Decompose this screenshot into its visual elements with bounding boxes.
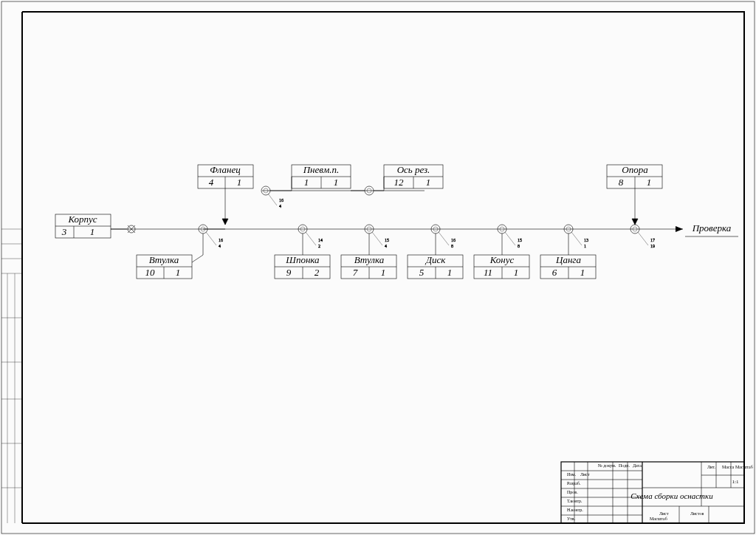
part-osrez: Ось рез. 12 1 — [374, 164, 443, 191]
svg-text:1: 1 — [304, 177, 309, 188]
svg-text:Т.контр.: Т.контр. — [567, 499, 583, 503]
svg-text:17: 17 — [650, 238, 655, 242]
svg-text:Дата: Дата — [633, 463, 642, 468]
svg-text:1: 1 — [584, 244, 586, 248]
svg-text:6: 6 — [552, 267, 557, 278]
arrow-to-check — [676, 226, 683, 232]
assembly-diagram: Корпус 3 1 Втулка — [0, 0, 756, 535]
svg-rect-0 — [1, 1, 755, 534]
svg-text:Подп.: Подп. — [619, 463, 630, 468]
drawing-title: Схема сборки оснастки — [630, 491, 713, 500]
part-konus: Конус 11 1 — [474, 254, 529, 279]
svg-text:7: 7 — [353, 267, 358, 278]
part-vtulka10: Втулка 10 1 — [137, 254, 203, 279]
svg-text:Изм.: Изм. — [567, 472, 576, 477]
svg-line-40 — [192, 255, 203, 262]
svg-text:1: 1 — [426, 177, 431, 188]
part-tsanga: Цанга 6 1 — [540, 254, 596, 279]
part-shponka: Шпонка 9 2 — [275, 254, 330, 279]
svg-text:16: 16 — [219, 238, 223, 242]
svg-line-105 — [206, 232, 216, 245]
svg-text:1: 1 — [580, 267, 585, 278]
svg-text:4: 4 — [209, 177, 214, 188]
svg-text:1: 1 — [176, 267, 181, 278]
svg-text:Лит.: Лит. — [707, 465, 715, 469]
svg-line-114 — [439, 232, 449, 245]
svg-text:4: 4 — [279, 204, 281, 208]
svg-text:8: 8 — [619, 177, 624, 188]
svg-text:Проверка: Проверка — [692, 222, 732, 234]
svg-text:13: 13 — [584, 238, 588, 242]
svg-text:15: 15 — [385, 238, 389, 242]
label: Корпус — [67, 214, 97, 225]
svg-text:Шпонка: Шпонка — [285, 254, 320, 265]
svg-text:2: 2 — [315, 267, 320, 278]
svg-text:8: 8 — [518, 244, 520, 248]
svg-line-117 — [505, 232, 515, 245]
title-block: Изм. Лист № докум. Подп. Дата Разраб. Пр… — [561, 462, 753, 523]
svg-text:1: 1 — [237, 177, 242, 188]
svg-text:4: 4 — [219, 244, 221, 248]
qty: 1 — [90, 226, 95, 237]
svg-text:Разраб.: Разраб. — [567, 481, 581, 485]
svg-text:5: 5 — [419, 267, 425, 278]
svg-text:Цанга: Цанга — [555, 254, 581, 265]
svg-text:10: 10 — [145, 267, 156, 278]
svg-line-111 — [372, 232, 382, 245]
svg-text:Ось рез.: Ось рез. — [397, 164, 430, 175]
svg-text:2: 2 — [318, 244, 320, 248]
part-korpus: Корпус 3 1 — [55, 214, 111, 238]
svg-text:1: 1 — [514, 267, 519, 278]
svg-text:Диск: Диск — [425, 254, 447, 265]
svg-text:19: 19 — [650, 244, 655, 248]
svg-text:Лист: Лист — [659, 511, 669, 516]
svg-text:11: 11 — [484, 267, 492, 278]
svg-text:1: 1 — [647, 177, 652, 188]
connectors — [203, 188, 638, 255]
svg-text:Втулка: Втулка — [149, 254, 179, 265]
svg-text:Пневм.п.: Пневм.п. — [303, 164, 340, 175]
svg-text:12: 12 — [394, 177, 405, 188]
svg-text:Пров.: Пров. — [567, 490, 578, 494]
part-pnevm: Пневм.п. 1 1 — [270, 164, 351, 191]
annotations: 16 4 16 4 14 2 15 4 16 8 15 8 13 1 17 19 — [206, 194, 655, 248]
svg-text:9: 9 — [286, 267, 292, 278]
svg-text:16: 16 — [451, 238, 456, 242]
svg-text:Фланец: Фланец — [210, 164, 241, 175]
svg-marker-33 — [632, 219, 638, 225]
left-margin-stubs — [1, 229, 22, 523]
svg-marker-24 — [222, 219, 228, 225]
svg-text:8: 8 — [451, 244, 453, 248]
svg-text:1: 1 — [334, 177, 339, 188]
svg-text:Н.контр.: Н.контр. — [567, 508, 583, 512]
svg-text:15: 15 — [518, 238, 522, 242]
svg-text:Утв.: Утв. — [567, 517, 576, 521]
svg-line-123 — [638, 232, 648, 245]
svg-text:Масса: Масса — [722, 465, 734, 469]
svg-line-108 — [306, 232, 316, 245]
svg-text:Втулка: Втулка — [354, 254, 385, 265]
svg-text:Масштаб: Масштаб — [735, 465, 753, 469]
svg-text:4: 4 — [385, 244, 387, 248]
svg-text:Листов: Листов — [690, 511, 704, 516]
svg-text:№ докум.: № докум. — [598, 463, 616, 468]
pos: 3 — [61, 226, 67, 237]
part-vtulka7: Втулка 7 1 — [341, 254, 396, 279]
svg-text:14: 14 — [318, 238, 323, 242]
svg-text:16: 16 — [279, 198, 284, 202]
part-opora: Опора 8 1 — [607, 164, 662, 188]
svg-text:Масштаб: Масштаб — [650, 517, 667, 521]
part-disk: Диск 5 1 — [408, 254, 463, 279]
svg-text:Опора: Опора — [622, 164, 648, 175]
svg-line-102 — [268, 194, 277, 205]
part-flanets: Фланец 4 1 — [198, 164, 253, 188]
svg-text:1: 1 — [447, 267, 453, 278]
svg-text:1:1: 1:1 — [732, 479, 739, 485]
svg-text:Конус: Конус — [489, 254, 515, 265]
svg-text:1: 1 — [381, 267, 386, 278]
svg-text:Лист: Лист — [580, 472, 590, 477]
check-label: Проверка — [685, 222, 738, 236]
svg-line-120 — [571, 232, 582, 245]
